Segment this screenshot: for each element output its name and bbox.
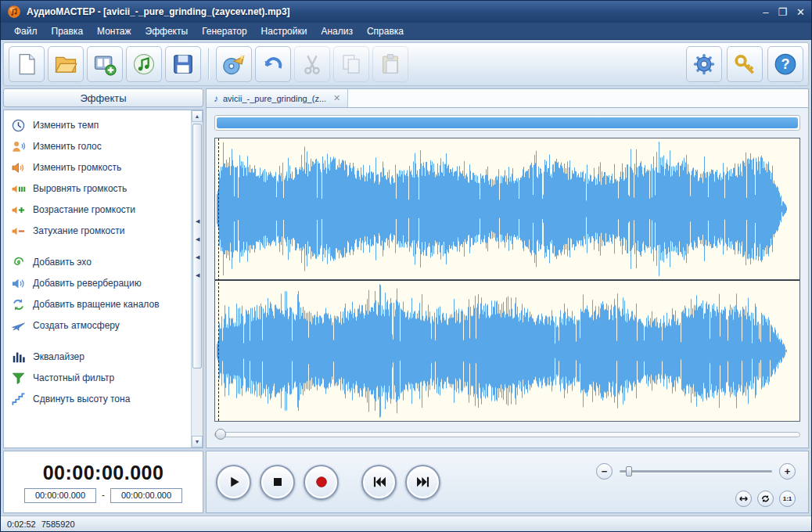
zoom-slider[interactable] <box>620 466 772 477</box>
horizontal-arrows-icon <box>738 494 749 504</box>
equalizer-icon <box>11 350 26 365</box>
stop-icon <box>270 474 286 490</box>
fit-width-button[interactable] <box>735 491 752 507</box>
effects-list: Изменить темпИзменить голосИзменить гром… <box>3 110 203 448</box>
zoom-out-button[interactable]: − <box>596 463 613 480</box>
view-mini-buttons: 1:1 <box>735 491 796 507</box>
maximize-button[interactable]: ❐ <box>778 7 787 17</box>
zoom-slider-thumb[interactable] <box>626 466 632 476</box>
fade-out-icon <box>11 224 26 239</box>
save-file-button[interactable] <box>165 46 201 82</box>
menu-effects[interactable]: Эффекты <box>138 24 196 38</box>
zoom-in-button[interactable]: + <box>779 463 796 480</box>
menu-settings[interactable]: Настройки <box>254 24 314 38</box>
main-toolbar: ? <box>3 42 809 86</box>
scroll-down-button[interactable]: ▼ <box>192 436 203 448</box>
copy-icon <box>340 52 363 76</box>
settings-button[interactable] <box>686 46 722 82</box>
paste-icon <box>379 52 402 76</box>
app-logo-icon <box>7 5 21 19</box>
effect-create-atmosphere[interactable]: Создать атмосферу <box>9 315 185 336</box>
overview-bar[interactable] <box>214 115 800 131</box>
audio-note-icon: ♪ <box>214 93 218 104</box>
menu-edit[interactable]: Правка <box>45 24 91 38</box>
effect-change-voice[interactable]: Изменить голос <box>9 136 185 157</box>
effect-equalizer[interactable]: Эквалайзер <box>9 347 185 368</box>
minimize-button[interactable]: – <box>763 7 768 17</box>
scroll-up-button[interactable]: ▲ <box>192 110 203 122</box>
voice-icon <box>11 139 26 154</box>
selection-end-input[interactable] <box>110 488 182 503</box>
cut-button <box>294 46 330 82</box>
bottom-row: 00:00:00.000 - − + <box>3 451 809 513</box>
undo-button[interactable] <box>255 46 291 82</box>
folder-open-icon <box>54 52 77 76</box>
reverb-icon <box>11 276 26 291</box>
menu-generator[interactable]: Генератор <box>195 24 253 38</box>
help-icon: ? <box>774 52 797 76</box>
tempo-icon <box>11 118 26 133</box>
loop-playback-button[interactable] <box>757 491 774 507</box>
extract-from-video-button[interactable] <box>87 46 123 82</box>
menu-help[interactable]: Справка <box>360 24 411 38</box>
effect-shift-pitch[interactable]: Сдвинуть высоту тона <box>9 389 185 410</box>
menu-analysis[interactable]: Анализ <box>314 24 360 38</box>
echo-icon <box>11 255 26 270</box>
zoom-1-1-button[interactable]: 1:1 <box>779 491 796 507</box>
scrollbar-track[interactable] <box>214 432 800 437</box>
status-bar: 0:02:52 7585920 <box>1 516 811 531</box>
help-button[interactable]: ? <box>767 46 803 82</box>
sidebar-collapse-handle[interactable]: ◀ ◀ ◀ ◀ <box>196 218 199 279</box>
effect-add-reverb[interactable]: Добавить реверберацию <box>9 273 185 294</box>
effect-change-volume[interactable]: Изменить громкость <box>9 157 185 178</box>
effect-volume-fade-out[interactable]: Затухание громкости <box>9 221 185 242</box>
copy-button <box>333 46 369 82</box>
effect-add-echo[interactable]: Добавить эхо <box>9 252 185 273</box>
pitch-icon <box>11 392 26 407</box>
effect-frequency-filter[interactable]: Частотный фильтр <box>9 368 185 389</box>
scrollbar-thumb[interactable] <box>215 429 226 440</box>
tab-label: avicii_-_pure_grinding_(z... <box>223 94 326 103</box>
effect-add-channel-rotation[interactable]: Добавить вращение каналов <box>9 294 185 315</box>
new-file-button[interactable] <box>9 46 45 82</box>
overview-fill <box>217 117 798 128</box>
waveform-left-channel[interactable] <box>215 138 799 279</box>
effect-label: Добавить вращение каналов <box>33 299 160 311</box>
undo-icon <box>261 52 285 76</box>
effect-label: Создать атмосферу <box>33 320 120 332</box>
horizontal-scrollbar[interactable] <box>214 429 800 440</box>
record-button[interactable] <box>304 465 339 500</box>
play-icon <box>226 474 242 490</box>
effect-normalize-volume[interactable]: Выровнять громкость <box>9 178 185 200</box>
effect-label: Изменить громкость <box>33 162 121 174</box>
effects-scrollbar[interactable]: ▲▼ <box>191 110 203 448</box>
scrollbar-track[interactable] <box>192 122 203 436</box>
menu-montage[interactable]: Монтаж <box>90 24 138 38</box>
effect-label: Частотный фильтр <box>33 372 114 384</box>
waveform-right-channel[interactable] <box>215 281 799 422</box>
effect-label: Затухание громкости <box>33 225 124 237</box>
filter-icon <box>11 371 26 386</box>
stop-button[interactable] <box>260 465 295 500</box>
range-separator: - <box>102 490 105 501</box>
toolbar-right-group: ? <box>686 46 803 82</box>
save-sound-button[interactable] <box>126 46 162 82</box>
key-button[interactable] <box>727 46 763 82</box>
menu-file[interactable]: Файл <box>7 24 45 38</box>
skip-end-button[interactable] <box>405 465 440 500</box>
effect-volume-fade-in[interactable]: Возрастание громкости <box>9 200 185 221</box>
waveform-display[interactable] <box>214 138 800 422</box>
play-button[interactable] <box>216 465 251 500</box>
open-file-button[interactable] <box>48 46 84 82</box>
close-button[interactable]: ✕ <box>796 7 805 17</box>
skip-start-button[interactable] <box>361 465 397 500</box>
record-sound-button[interactable] <box>216 46 252 82</box>
document-tab-bar: ♪ avicii_-_pure_grinding_(z... ✕ <box>206 88 809 107</box>
tab-close-icon[interactable]: ✕ <box>331 93 340 103</box>
effects-panel-header[interactable]: Эффекты <box>3 88 203 107</box>
selection-start-input[interactable] <box>24 488 96 503</box>
editor-area: ♪ avicii_-_pure_grinding_(z... ✕ <box>206 88 809 448</box>
effect-change-tempo[interactable]: Изменить темп <box>9 115 185 136</box>
effect-label: Эквалайзер <box>33 351 84 363</box>
document-tab[interactable]: ♪ avicii_-_pure_grinding_(z... ✕ <box>207 89 348 107</box>
